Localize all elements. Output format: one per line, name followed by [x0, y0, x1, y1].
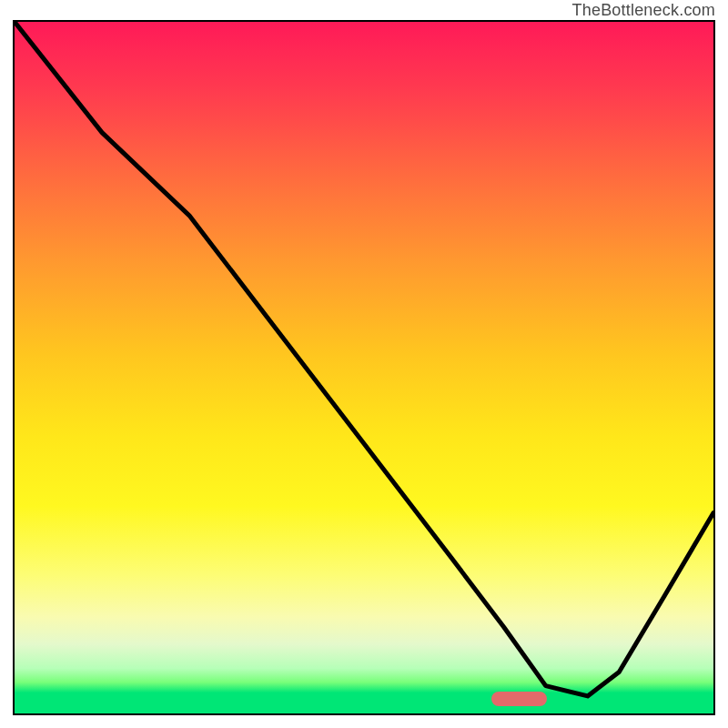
- chart-area: [13, 20, 715, 715]
- chart-canvas: [15, 22, 713, 713]
- watermark-label: TheBottleneck.com: [572, 1, 715, 20]
- bottleneck-curve: [15, 22, 713, 696]
- optimal-marker-pill: [491, 692, 548, 706]
- chart-root: { "watermark": "TheBottleneck.com", "mar…: [0, 0, 728, 728]
